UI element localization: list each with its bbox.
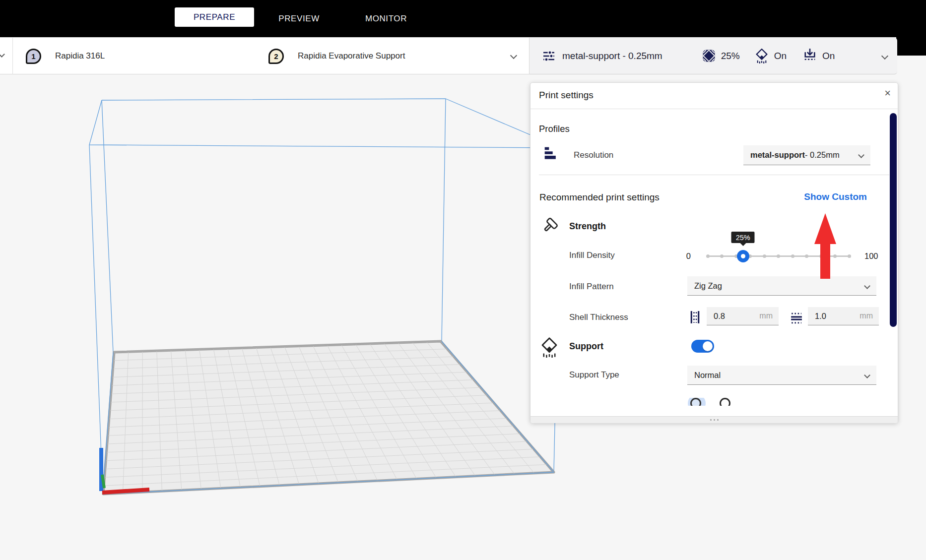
support-icon xyxy=(540,337,559,358)
infill-pattern-dropdown[interactable]: Zig Zag xyxy=(687,276,876,296)
toggle-knob xyxy=(703,341,713,351)
extruder-1[interactable]: 1 Rapidia 316L xyxy=(26,38,105,74)
summary-support-value: On xyxy=(774,51,787,62)
panel-resize-handle[interactable] xyxy=(530,416,898,423)
top-bar xyxy=(0,0,926,37)
top-bottom-thickness-unit: mm xyxy=(860,311,873,320)
infill-density-label: Infill Density xyxy=(569,250,615,260)
application-window: PREPARE PREVIEW MONITOR 1 Rapidia 316L 2… xyxy=(0,0,926,560)
top-bottom-thickness-input[interactable]: 1.0 mm xyxy=(808,307,879,325)
infill-icon xyxy=(702,49,716,62)
tab-prepare[interactable]: PREPARE xyxy=(175,7,254,27)
summary-profile: metal-support - 0.25mm xyxy=(562,51,662,62)
y-axis xyxy=(102,475,104,488)
section-divider xyxy=(539,175,889,175)
resolution-value-rest: - 0.25mm xyxy=(805,150,840,160)
support-toggle[interactable] xyxy=(691,340,714,353)
infill-pattern-label: Infill Pattern xyxy=(569,282,614,292)
support-type-value: Normal xyxy=(694,371,721,380)
resolution-value-bold: metal-support xyxy=(750,150,805,160)
support-type-dropdown[interactable]: Normal xyxy=(687,366,876,385)
printer-config-bar[interactable]: 1 Rapidia 316L 2 Rapidia Evaporative Sup… xyxy=(0,38,529,74)
slider-min-label: 0 xyxy=(669,251,691,261)
extruder-1-badge: 1 xyxy=(26,49,41,64)
chevron-down-icon xyxy=(881,52,888,59)
shell-thickness-label: Shell Thickness xyxy=(569,312,628,322)
chevron-down-icon xyxy=(864,283,870,289)
chevron-down-icon[interactable] xyxy=(510,52,517,59)
wall-thickness-value: 0.8 xyxy=(714,311,725,321)
summary-adhesion-value: On xyxy=(822,51,835,62)
extruder-2-material: Rapidia Evaporative Support xyxy=(298,51,405,61)
show-custom-link[interactable]: Show Custom xyxy=(804,191,867,202)
support-heading: Support xyxy=(569,341,603,352)
resolution-layers-icon xyxy=(543,145,559,161)
slider-value-tooltip: 25% xyxy=(731,232,755,243)
slider-max-label: 100 xyxy=(864,251,878,261)
top-bottom-thickness-value: 1.0 xyxy=(815,311,826,321)
extruder-1-material: Rapidia 316L xyxy=(55,51,105,61)
recommended-heading: Recommended print settings xyxy=(539,192,660,203)
strength-heading: Strength xyxy=(569,221,606,232)
tab-preview[interactable]: PREVIEW xyxy=(268,0,330,37)
resolution-label: Resolution xyxy=(574,150,613,160)
resolution-dropdown[interactable]: metal-support - 0.25mm xyxy=(743,145,870,165)
top-bottom-thickness-icon xyxy=(790,311,803,325)
top-bar-corner xyxy=(896,0,926,56)
strength-hammer-icon xyxy=(541,218,559,236)
sliders-icon xyxy=(542,50,555,62)
infill-density-slider[interactable] xyxy=(708,249,849,262)
support-extruder-radios xyxy=(683,398,748,406)
panel-header: Print settings × xyxy=(530,83,898,109)
summary-infill-value: 25% xyxy=(721,51,740,62)
wall-thickness-input[interactable]: 0.8 mm xyxy=(707,307,779,325)
infill-pattern-value: Zig Zag xyxy=(694,281,722,291)
slider-handle[interactable] xyxy=(737,250,749,262)
tab-monitor[interactable]: MONITOR xyxy=(354,0,418,37)
extruder-2[interactable]: 2 Rapidia Evaporative Support xyxy=(268,38,405,74)
wall-thickness-unit: mm xyxy=(759,311,773,320)
chevron-down-icon xyxy=(858,152,864,158)
panel-scrollbar[interactable] xyxy=(890,113,897,327)
close-icon[interactable]: × xyxy=(884,88,891,99)
support-type-label: Support Type xyxy=(569,370,619,380)
profiles-heading: Profiles xyxy=(539,124,570,134)
print-settings-panel: Print settings × Profiles Resolution met… xyxy=(530,82,898,423)
support-icon xyxy=(755,48,769,63)
chevron-down-icon xyxy=(0,51,5,58)
build-plate xyxy=(103,341,554,494)
print-settings-summary[interactable]: metal-support - 0.25mm 25% On On xyxy=(529,38,897,74)
chevron-down-icon xyxy=(864,372,870,378)
wall-thickness-icon xyxy=(689,309,701,325)
adhesion-icon xyxy=(803,48,817,63)
config-expander[interactable] xyxy=(0,38,13,74)
panel-title: Print settings xyxy=(539,90,594,101)
support-extruder-1-radio[interactable] xyxy=(690,398,701,406)
extruder-2-badge: 2 xyxy=(268,49,284,64)
support-extruder-2-radio[interactable] xyxy=(720,398,730,406)
